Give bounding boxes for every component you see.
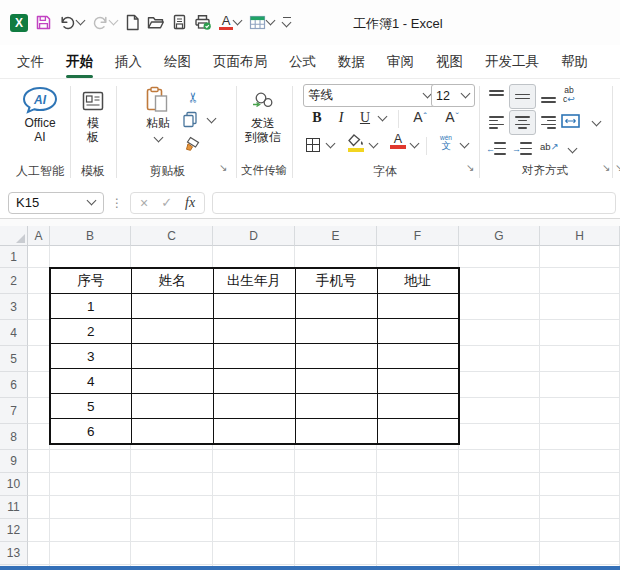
cell-F1[interactable]: [377, 246, 459, 268]
row-header-4[interactable]: 4: [0, 320, 28, 346]
next-group-dialog-launcher-icon[interactable]: ↘: [615, 163, 620, 173]
insert-function-button[interactable]: fx: [185, 195, 195, 211]
shrink-font-button[interactable]: A ˇ: [440, 106, 464, 128]
table-cell-r5c0[interactable]: 3: [50, 344, 131, 369]
cell-H11[interactable]: [540, 496, 620, 519]
cell-C13[interactable]: [131, 542, 213, 565]
cell-G2[interactable]: [459, 268, 540, 294]
cell-H2[interactable]: [540, 268, 620, 294]
table-cell-r5c1[interactable]: [131, 344, 213, 369]
column-header-A[interactable]: A: [28, 226, 50, 246]
table-cell-r5c3[interactable]: [295, 344, 377, 369]
cell-B11[interactable]: [50, 496, 131, 519]
column-header-D[interactable]: D: [213, 226, 295, 246]
table-cell-r8c0[interactable]: 6: [50, 419, 131, 445]
align-bottom-button[interactable]: [541, 90, 556, 103]
merge-dropdown-icon[interactable]: [592, 117, 602, 127]
cell-F12[interactable]: [377, 519, 459, 542]
cell-E1[interactable]: [295, 246, 377, 268]
table-cell-r4c2[interactable]: [213, 319, 295, 344]
copy-icon[interactable]: [181, 110, 199, 128]
table-cell-r6c4[interactable]: [377, 369, 459, 394]
cell-B13[interactable]: [50, 542, 131, 565]
name-box-dropdown-icon[interactable]: [87, 196, 97, 206]
cell-A11[interactable]: [28, 496, 50, 519]
cell-A6[interactable]: [28, 372, 50, 398]
table-header-2[interactable]: 出生年月: [213, 268, 295, 294]
row-header-5[interactable]: 5: [0, 346, 28, 372]
cell-G1[interactable]: [459, 246, 540, 268]
table-cell-r8c3[interactable]: [295, 419, 377, 445]
orientation-dropdown-icon[interactable]: [568, 144, 578, 154]
save-icon[interactable]: [35, 12, 52, 34]
cell-D13[interactable]: [213, 542, 295, 565]
cell-A5[interactable]: [28, 346, 50, 372]
cut-icon[interactable]: ✂: [183, 87, 203, 107]
cell-D11[interactable]: [213, 496, 295, 519]
cell-G6[interactable]: [459, 372, 540, 398]
copy-dropdown-icon[interactable]: [207, 114, 217, 124]
paste-button[interactable]: 粘贴: [134, 85, 182, 143]
cell-B9[interactable]: [50, 450, 131, 473]
redo-button[interactable]: [92, 12, 118, 34]
row-header-3[interactable]: 3: [0, 294, 28, 320]
cell-E12[interactable]: [295, 519, 377, 542]
row-header-13[interactable]: 13: [0, 542, 28, 565]
cell-H6[interactable]: [540, 372, 620, 398]
cell-A1[interactable]: [28, 246, 50, 268]
align-right-button[interactable]: [541, 116, 556, 129]
font-color-dropdown-icon[interactable]: [233, 16, 243, 26]
table-cell-r5c4[interactable]: [377, 344, 459, 369]
clipboard-dialog-launcher-icon[interactable]: ↘: [219, 163, 227, 173]
font-dialog-launcher-icon[interactable]: ↘: [466, 163, 474, 173]
column-header-E[interactable]: E: [295, 226, 377, 246]
formula-bar-handle-icon[interactable]: ⋮: [111, 196, 123, 210]
cell-G4[interactable]: [459, 320, 540, 346]
table-cell-r8c2[interactable]: [213, 419, 295, 445]
table-cell-r7c0[interactable]: 5: [50, 394, 131, 419]
table-header-1[interactable]: 姓名: [131, 268, 213, 294]
merge-center-button[interactable]: [561, 114, 580, 128]
cell-H8[interactable]: [540, 424, 620, 450]
orientation-button[interactable]: ab ↗: [540, 141, 559, 152]
cell-F13[interactable]: [377, 542, 459, 565]
office-ai-button[interactable]: AI Office AI: [12, 85, 68, 144]
cell-G10[interactable]: [459, 473, 540, 496]
cell-H3[interactable]: [540, 294, 620, 320]
cell-A13[interactable]: [28, 542, 50, 565]
cell-A2[interactable]: [28, 268, 50, 294]
bold-button[interactable]: B: [308, 108, 326, 128]
font-size-select[interactable]: 12: [431, 84, 475, 107]
column-header-H[interactable]: H: [540, 226, 620, 246]
table-header-3[interactable]: 手机号: [295, 268, 377, 294]
italic-button[interactable]: I: [334, 108, 348, 128]
cell-E9[interactable]: [295, 450, 377, 473]
underline-dropdown-icon[interactable]: [378, 112, 388, 122]
alignment-dialog-launcher-icon[interactable]: ↘: [602, 163, 610, 173]
fill-color-dropdown-icon[interactable]: [369, 139, 379, 149]
align-top-button[interactable]: [489, 90, 504, 103]
enter-button[interactable]: ✓: [161, 195, 172, 210]
column-header-F[interactable]: F: [377, 226, 459, 246]
table-cell-r3c4[interactable]: [377, 294, 459, 319]
cell-H1[interactable]: [540, 246, 620, 268]
wrap-text-button[interactable]: ab c↩: [563, 86, 575, 104]
cell-E10[interactable]: [295, 473, 377, 496]
cell-E11[interactable]: [295, 496, 377, 519]
table-cell-r3c2[interactable]: [213, 294, 295, 319]
table-style-dropdown-icon[interactable]: [266, 16, 276, 26]
cell-A8[interactable]: [28, 424, 50, 450]
row-header-12[interactable]: 12: [0, 519, 28, 542]
menu-tab-8[interactable]: 视图: [436, 53, 463, 71]
table-cell-r3c3[interactable]: [295, 294, 377, 319]
table-cell-r3c1[interactable]: [131, 294, 213, 319]
table-cell-r6c2[interactable]: [213, 369, 295, 394]
cell-A10[interactable]: [28, 473, 50, 496]
cell-C1[interactable]: [131, 246, 213, 268]
font-color-quick-button[interactable]: A: [219, 12, 242, 34]
menu-tab-6[interactable]: 数据: [338, 53, 365, 71]
cell-D12[interactable]: [213, 519, 295, 542]
format-painter-icon[interactable]: [183, 135, 201, 153]
table-header-0[interactable]: 序号: [50, 268, 131, 294]
print-preview-icon[interactable]: [172, 12, 187, 34]
